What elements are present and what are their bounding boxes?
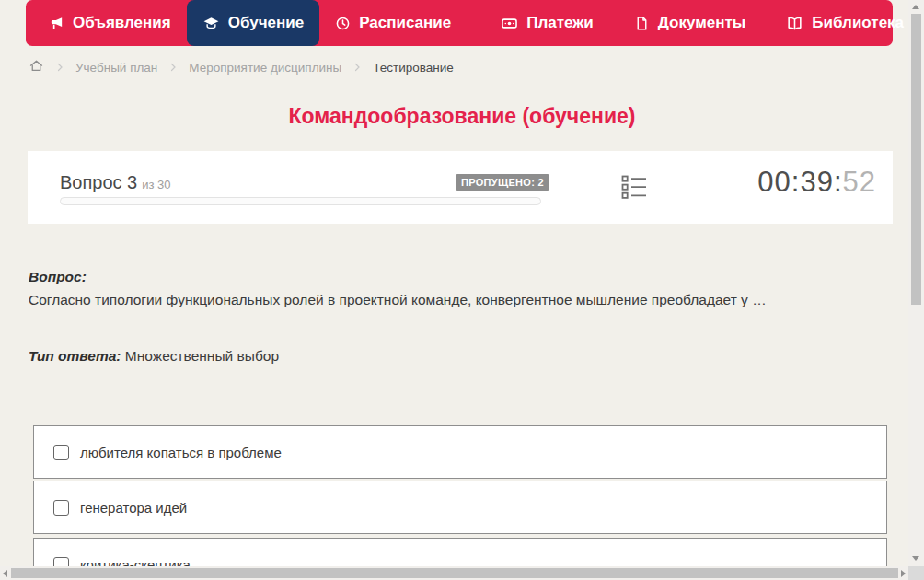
nav-item-label: Библиотека	[812, 14, 904, 32]
nav-item-label: Документы	[658, 14, 746, 32]
breadcrumb-curriculum[interactable]: Учебный план	[75, 61, 157, 75]
nav-item-announcements[interactable]: Объявления	[33, 0, 187, 46]
answer-checkbox[interactable]	[53, 445, 69, 460]
scrollbar-corner	[908, 566, 924, 580]
banknote-icon	[501, 15, 518, 32]
open-book-icon	[786, 15, 803, 32]
answer-option[interactable]: генератора идей	[33, 481, 887, 534]
graduation-cap-icon	[202, 15, 220, 32]
megaphone-icon	[49, 16, 64, 31]
nav-item-payments[interactable]: Платежи	[485, 0, 609, 46]
document-icon	[634, 16, 650, 31]
question-number: Вопрос 3из 30	[60, 172, 171, 193]
page-title: Командообразование (обучение)	[0, 104, 924, 129]
progress-bar	[60, 197, 541, 205]
chevron-right-icon	[352, 62, 363, 73]
timer: 00:39:52	[757, 166, 876, 199]
answer-type-label: Тип ответа:	[29, 348, 121, 364]
scroll-up-arrow-icon[interactable]	[912, 5, 919, 9]
answer-type-value: Множественный выбор	[125, 348, 279, 364]
breadcrumb-testing: Тестирование	[373, 61, 454, 75]
vertical-scrollbar[interactable]	[908, 0, 924, 580]
answer-option-label: генератора идей	[80, 500, 187, 516]
answer-type-row: Тип ответа: Множественный выбор	[29, 348, 279, 365]
question-total-label: из 30	[142, 178, 170, 191]
question-header-card: Вопрос 3из 30 ПРОПУЩЕНО: 2 00:39:52	[28, 151, 893, 224]
breadcrumb: Учебный план Мероприятие дисциплины Тест…	[29, 57, 454, 77]
vertical-scrollbar-thumb[interactable]	[911, 14, 921, 305]
skipped-badge: ПРОПУЩЕНО: 2	[456, 174, 549, 191]
breadcrumb-discipline-event[interactable]: Мероприятие дисциплины	[189, 61, 341, 75]
question-list-icon[interactable]	[621, 175, 647, 203]
answer-option-label: любителя копаться в проблеме	[80, 445, 282, 460]
nav-item-schedule[interactable]: Расписание	[319, 0, 467, 46]
answer-checkbox[interactable]	[53, 500, 69, 516]
nav-item-learning[interactable]: Обучение	[187, 0, 319, 46]
question-text: Согласно типологии функциональных ролей …	[29, 292, 884, 308]
question-heading: Вопрос:	[29, 269, 87, 285]
question-number-label: Вопрос 3	[60, 172, 137, 192]
nav-item-label: Платежи	[526, 14, 594, 32]
chevron-right-icon	[54, 62, 65, 73]
chevron-right-icon	[167, 62, 179, 73]
nav-item-label: Объявления	[73, 14, 171, 32]
nav-item-label: Расписание	[359, 14, 451, 32]
nav-item-label: Обучение	[228, 14, 304, 32]
nav-item-library[interactable]: Библиотека	[770, 0, 924, 46]
scroll-left-arrow-icon[interactable]	[3, 570, 7, 577]
answer-option[interactable]: любителя копаться в проблеме	[33, 425, 887, 479]
clock-icon	[335, 16, 351, 31]
timer-hours-minutes: 00:39:	[757, 166, 842, 198]
nav-item-documents[interactable]: Документы	[618, 0, 762, 46]
scroll-right-arrow-icon[interactable]	[901, 570, 906, 577]
scroll-down-arrow-icon[interactable]	[912, 556, 919, 561]
timer-seconds: 52	[843, 166, 876, 198]
home-icon[interactable]	[29, 58, 44, 76]
horizontal-scrollbar[interactable]	[0, 566, 908, 580]
main-navbar: Объявления Обучение Расписание Платежи Д…	[26, 0, 893, 46]
horizontal-scrollbar-thumb[interactable]	[11, 568, 898, 578]
